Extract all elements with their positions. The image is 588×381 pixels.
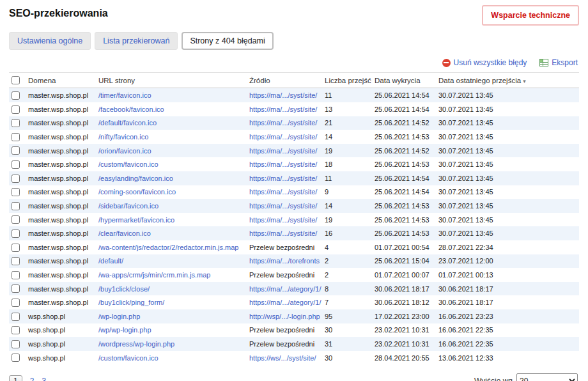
domain-cell: master.wsp.shop.pl [28,216,88,224]
last-visit-date-cell: 13.06.2021 12:33 [438,354,493,362]
column-header-count[interactable]: Liczba przejść [322,73,372,88]
source-link[interactable]: https://ma/.../syst/site/ [249,133,317,141]
visit-count-cell: 16 [325,229,332,237]
row-checkbox[interactable] [12,175,20,183]
source-link[interactable]: https://ma/.../syst/site/ [249,160,317,168]
page-url-link[interactable]: /clear/favicon.ico [98,229,151,237]
row-checkbox[interactable] [12,160,20,169]
tab-404-pages[interactable]: Strony z 404 błędami [182,32,273,50]
page-url-link[interactable]: /default/favicon.ico [98,119,157,127]
source-link[interactable]: https://ma/.../syst/site/ [249,91,317,99]
detected-date-cell: 25.06.2021 14:54 [375,105,429,113]
domain-cell: wsp.shop.pl [28,340,65,348]
source-link[interactable]: https://ma/.../syst/site/ [249,229,317,237]
page-header: SEO-przekierowania Wsparcie techniczne [0,0,588,26]
row-checkbox[interactable] [12,91,20,100]
domain-cell: master.wsp.shop.pl [28,91,88,99]
source-link[interactable]: https://ma/.../syst/site/ [249,105,317,113]
visit-count-cell: 95 [325,313,332,320]
row-checkbox[interactable] [12,313,20,321]
row-checkbox[interactable] [12,271,20,279]
page-button-3[interactable]: 3 [42,377,46,381]
page-url-link[interactable]: /default/ [98,257,123,265]
page-url-link[interactable]: /buy1click/close/ [98,285,150,293]
page-url-link[interactable]: /wa-apps/crm/js/min/crm.min.js.map [98,271,210,279]
page-button-2[interactable]: 2 [30,377,35,381]
source-link[interactable]: https://ma/.../syst/site/ [249,188,317,196]
row-checkbox[interactable] [12,284,20,293]
row-checkbox[interactable] [12,119,20,127]
source-link[interactable]: http://wsp/.../-login.php [249,313,320,320]
page-url-link[interactable]: /wp-login.php [98,313,140,320]
page-url-link[interactable]: /wordpress/wp-login.php [98,340,174,348]
last-visit-date-cell: 30.07.2021 13:45 [438,202,493,210]
page-url-link[interactable]: /sidebar/favicon.ico [98,202,159,210]
row-checkbox[interactable] [12,299,20,307]
table-row: master.wsp.shop.pl/facebook/favicon.icoh… [9,102,579,116]
page-url-link[interactable]: /hypermarket/favicon.ico [98,216,174,224]
page-url-link[interactable]: /timer/favicon.ico [98,91,151,99]
source-cell: Przelew bezpośredni [249,340,314,348]
last-visit-date-cell: 30.06.2021 18:17 [438,285,493,293]
row-checkbox[interactable] [12,244,20,252]
column-header-detected[interactable]: Data wykrycia [372,73,436,88]
domain-cell: wsp.shop.pl [28,354,65,362]
source-link[interactable]: https://ma/.../syst/site/ [249,216,317,224]
last-visit-date-cell: 30.07.2021 13:45 [438,133,493,141]
row-checkbox[interactable] [12,188,20,196]
detected-date-cell: 25.06.2021 14:54 [375,188,429,196]
tab-redirect-list[interactable]: Lista przekierowań [95,32,178,50]
row-checkbox[interactable] [12,229,20,238]
last-visit-date-cell: 30.07.2021 13:45 [438,105,493,113]
detected-date-cell: 25.06.2021 14:53 [375,133,429,141]
source-link[interactable]: https://ws/.../syst/site/ [249,354,316,362]
row-checkbox[interactable] [12,340,20,348]
page-button-1[interactable]: 1 [9,375,22,381]
select-all-checkbox[interactable] [12,76,20,84]
minus-circle-icon [442,59,451,67]
row-checkbox[interactable] [12,146,20,155]
column-header-url[interactable]: URL strony [96,73,247,88]
row-checkbox[interactable] [12,202,20,210]
page-url-link[interactable]: /orion/favicon.ico [98,147,151,155]
row-checkbox[interactable] [12,215,20,224]
domain-cell: master.wsp.shop.pl [28,105,88,113]
row-checkbox[interactable] [12,326,20,334]
page-url-link[interactable]: /nifty/favicon.ico [98,133,148,141]
page-url-link[interactable]: /custom/favicon.ico [98,354,159,362]
page-url-link[interactable]: /wa-content/js/redactor/2/redactor.min.j… [98,244,238,251]
domain-cell: master.wsp.shop.pl [28,285,88,293]
export-button[interactable]: Eksport [539,58,578,67]
page-url-link[interactable]: /custom/favicon.ico [98,160,159,168]
delete-all-errors-button[interactable]: Usuń wszystkie błędy [442,58,527,67]
domain-cell: master.wsp.shop.pl [28,244,88,251]
per-page-select[interactable]: 20 [516,373,578,381]
table-row: master.wsp.shop.pl/timer/favicon.icohttp… [9,88,579,102]
per-page-label: Wyjście wg [474,377,513,381]
visit-count-cell: 31 [325,340,332,348]
last-visit-date-cell: 16.06.2021 22:35 [438,326,493,334]
source-link[interactable]: https://ma/.../ategory/1/ [249,299,321,306]
column-header-source[interactable]: Źródło [247,73,322,88]
page-url-link[interactable]: /easylanding/favicon.ico [98,175,173,182]
row-checkbox[interactable] [12,133,20,141]
source-link[interactable]: https://ma/.../ategory/1/ [249,285,321,293]
source-link[interactable]: https://ma/.../syst/site/ [249,202,317,210]
source-link[interactable]: https://ma/.../torefronts [249,257,320,265]
page-url-link[interactable]: /buy1click/ping_form/ [98,299,164,306]
source-link[interactable]: https://ma/.../syst/site/ [249,147,317,155]
next-page-arrow[interactable]: → [54,377,61,381]
row-checkbox[interactable] [12,354,20,362]
tab-general-settings[interactable]: Ustawienia ogólne [9,32,91,50]
page-url-link[interactable]: /facebook/favicon.ico [98,105,164,113]
support-button[interactable]: Wsparcie techniczne [482,5,579,26]
column-header-last-visit[interactable]: Data ostatniego przejścia▾ [436,73,579,88]
page-url-link[interactable]: /wp/wp-login.php [98,326,151,334]
source-link[interactable]: https://ma/.../syst/site/ [249,175,317,182]
domain-cell: master.wsp.shop.pl [28,257,88,265]
column-header-domain[interactable]: Domena [26,73,96,88]
source-link[interactable]: https://ma/.../syst/site/ [249,119,317,127]
row-checkbox[interactable] [12,257,20,265]
row-checkbox[interactable] [12,105,20,114]
page-url-link[interactable]: /coming-soon/favicon.ico [98,188,176,196]
